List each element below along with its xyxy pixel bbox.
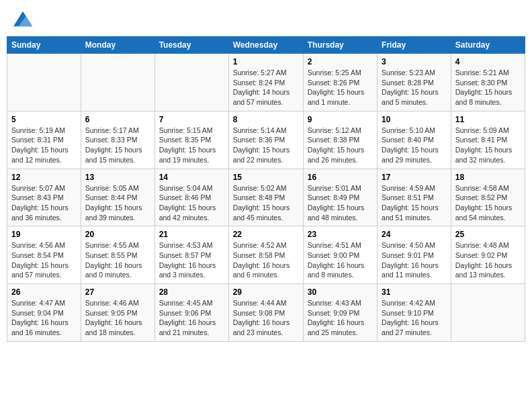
- calendar-cell: 13Sunrise: 5:05 AM Sunset: 8:44 PM Dayli…: [81, 169, 154, 226]
- day-info: Sunrise: 5:10 AM Sunset: 8:40 PM Dayligh…: [382, 126, 447, 165]
- calendar-cell: 9Sunrise: 5:12 AM Sunset: 8:38 PM Daylig…: [303, 111, 377, 169]
- day-info: Sunrise: 5:09 AM Sunset: 8:41 PM Dayligh…: [455, 126, 521, 165]
- calendar-cell: 25Sunrise: 4:48 AM Sunset: 9:02 PM Dayli…: [451, 226, 525, 284]
- calendar-cell: 17Sunrise: 4:59 AM Sunset: 8:51 PM Dayli…: [378, 169, 451, 226]
- calendar-cell: [81, 54, 154, 111]
- day-number: 10: [382, 115, 447, 124]
- calendar-week-4: 19Sunrise: 4:56 AM Sunset: 8:54 PM Dayli…: [7, 226, 525, 284]
- day-info: Sunrise: 5:04 AM Sunset: 8:46 PM Dayligh…: [159, 183, 224, 223]
- day-number: 24: [382, 230, 447, 239]
- calendar-cell: 2Sunrise: 5:25 AM Sunset: 8:26 PM Daylig…: [303, 54, 377, 111]
- weekday-header-wednesday: Wednesday: [228, 37, 303, 54]
- day-info: Sunrise: 5:15 AM Sunset: 8:35 PM Dayligh…: [159, 126, 224, 165]
- day-info: Sunrise: 4:47 AM Sunset: 9:04 PM Dayligh…: [11, 298, 77, 338]
- calendar-cell: 18Sunrise: 4:58 AM Sunset: 8:52 PM Dayli…: [451, 169, 525, 226]
- day-number: 9: [308, 115, 373, 124]
- day-number: 23: [308, 230, 373, 239]
- calendar-cell: 26Sunrise: 4:47 AM Sunset: 9:04 PM Dayli…: [7, 284, 81, 342]
- day-info: Sunrise: 4:51 AM Sunset: 9:00 PM Dayligh…: [308, 240, 373, 280]
- calendar-cell: 31Sunrise: 4:42 AM Sunset: 9:10 PM Dayli…: [378, 284, 451, 342]
- day-number: 25: [455, 230, 521, 239]
- day-number: 15: [233, 173, 299, 182]
- day-info: Sunrise: 5:07 AM Sunset: 8:43 PM Dayligh…: [11, 183, 77, 223]
- day-number: 7: [159, 115, 224, 124]
- calendar-cell: 10Sunrise: 5:10 AM Sunset: 8:40 PM Dayli…: [378, 111, 451, 169]
- day-number: 3: [382, 57, 447, 66]
- day-number: 6: [85, 115, 150, 124]
- calendar-week-1: 1Sunrise: 5:27 AM Sunset: 8:24 PM Daylig…: [7, 54, 525, 111]
- day-number: 4: [455, 57, 521, 66]
- day-number: 29: [233, 287, 299, 297]
- day-number: 17: [382, 173, 447, 182]
- calendar-cell: 7Sunrise: 5:15 AM Sunset: 8:35 PM Daylig…: [154, 111, 228, 169]
- day-info: Sunrise: 5:02 AM Sunset: 8:48 PM Dayligh…: [233, 183, 299, 223]
- calendar-cell: 14Sunrise: 5:04 AM Sunset: 8:46 PM Dayli…: [154, 169, 228, 226]
- day-info: Sunrise: 4:50 AM Sunset: 9:01 PM Dayligh…: [382, 240, 447, 280]
- calendar-cell: 1Sunrise: 5:27 AM Sunset: 8:24 PM Daylig…: [228, 54, 303, 111]
- day-number: 18: [455, 173, 521, 182]
- day-number: 5: [11, 115, 77, 124]
- calendar-cell: 29Sunrise: 4:44 AM Sunset: 9:08 PM Dayli…: [228, 284, 303, 342]
- day-number: 22: [233, 230, 299, 239]
- day-number: 20: [85, 230, 150, 239]
- day-number: 30: [308, 287, 373, 297]
- calendar-cell: 3Sunrise: 5:23 AM Sunset: 8:28 PM Daylig…: [378, 54, 451, 111]
- calendar-cell: 28Sunrise: 4:45 AM Sunset: 9:06 PM Dayli…: [154, 284, 228, 342]
- calendar-cell: [7, 54, 81, 111]
- day-number: 21: [159, 230, 224, 239]
- day-info: Sunrise: 4:48 AM Sunset: 9:02 PM Dayligh…: [455, 240, 521, 280]
- calendar-cell: 21Sunrise: 4:53 AM Sunset: 8:57 PM Dayli…: [154, 226, 228, 284]
- calendar-cell: 30Sunrise: 4:43 AM Sunset: 9:09 PM Dayli…: [303, 284, 377, 342]
- calendar-cell: 24Sunrise: 4:50 AM Sunset: 9:01 PM Dayli…: [378, 226, 451, 284]
- weekday-header-saturday: Saturday: [451, 37, 525, 54]
- day-info: Sunrise: 5:25 AM Sunset: 8:26 PM Dayligh…: [308, 68, 373, 107]
- calendar-cell: 15Sunrise: 5:02 AM Sunset: 8:48 PM Dayli…: [228, 169, 303, 226]
- calendar-cell: [154, 54, 228, 111]
- day-info: Sunrise: 5:19 AM Sunset: 8:31 PM Dayligh…: [11, 126, 77, 165]
- day-number: 1: [233, 57, 299, 66]
- day-number: 28: [159, 287, 224, 297]
- calendar-table: SundayMondayTuesdayWednesdayThursdayFrid…: [7, 36, 525, 342]
- day-number: 31: [382, 287, 447, 297]
- day-number: 16: [308, 173, 373, 182]
- weekday-header-thursday: Thursday: [303, 37, 377, 54]
- day-info: Sunrise: 4:45 AM Sunset: 9:06 PM Dayligh…: [159, 298, 224, 338]
- day-info: Sunrise: 4:55 AM Sunset: 8:55 PM Dayligh…: [85, 240, 150, 280]
- calendar-cell: 6Sunrise: 5:17 AM Sunset: 8:33 PM Daylig…: [81, 111, 154, 169]
- day-number: 12: [11, 173, 77, 182]
- day-number: 19: [11, 230, 77, 239]
- calendar-cell: 19Sunrise: 4:56 AM Sunset: 8:54 PM Dayli…: [7, 226, 81, 284]
- day-info: Sunrise: 4:46 AM Sunset: 9:05 PM Dayligh…: [85, 298, 150, 338]
- day-number: 8: [233, 115, 299, 124]
- calendar-cell: 16Sunrise: 5:01 AM Sunset: 8:49 PM Dayli…: [303, 169, 377, 226]
- day-info: Sunrise: 4:58 AM Sunset: 8:52 PM Dayligh…: [455, 183, 521, 223]
- weekday-header-tuesday: Tuesday: [154, 37, 228, 54]
- calendar-cell: 5Sunrise: 5:19 AM Sunset: 8:31 PM Daylig…: [7, 111, 81, 169]
- day-number: 27: [85, 287, 150, 297]
- day-info: Sunrise: 4:44 AM Sunset: 9:08 PM Dayligh…: [233, 298, 299, 338]
- day-info: Sunrise: 4:53 AM Sunset: 8:57 PM Dayligh…: [159, 240, 224, 280]
- calendar-cell: [451, 284, 525, 342]
- day-number: 13: [85, 173, 150, 182]
- calendar-week-2: 5Sunrise: 5:19 AM Sunset: 8:31 PM Daylig…: [7, 111, 525, 169]
- page-header: [7, 7, 525, 31]
- logo-text: [12, 9, 32, 28]
- day-info: Sunrise: 5:21 AM Sunset: 8:30 PM Dayligh…: [455, 68, 521, 107]
- day-info: Sunrise: 5:12 AM Sunset: 8:38 PM Dayligh…: [308, 126, 373, 165]
- logo: [12, 9, 32, 28]
- weekday-header-monday: Monday: [81, 37, 154, 54]
- day-info: Sunrise: 5:27 AM Sunset: 8:24 PM Dayligh…: [233, 68, 299, 107]
- day-info: Sunrise: 5:01 AM Sunset: 8:49 PM Dayligh…: [308, 183, 373, 223]
- day-info: Sunrise: 4:59 AM Sunset: 8:51 PM Dayligh…: [382, 183, 447, 223]
- logo-icon: [13, 9, 32, 28]
- calendar-cell: 23Sunrise: 4:51 AM Sunset: 9:00 PM Dayli…: [303, 226, 377, 284]
- calendar-cell: 22Sunrise: 4:52 AM Sunset: 8:58 PM Dayli…: [228, 226, 303, 284]
- day-info: Sunrise: 4:43 AM Sunset: 9:09 PM Dayligh…: [308, 298, 373, 338]
- day-info: Sunrise: 5:14 AM Sunset: 8:36 PM Dayligh…: [233, 126, 299, 165]
- day-info: Sunrise: 5:05 AM Sunset: 8:44 PM Dayligh…: [85, 183, 150, 223]
- calendar-cell: 27Sunrise: 4:46 AM Sunset: 9:05 PM Dayli…: [81, 284, 154, 342]
- weekday-header-sunday: Sunday: [7, 37, 81, 54]
- calendar-cell: 12Sunrise: 5:07 AM Sunset: 8:43 PM Dayli…: [7, 169, 81, 226]
- calendar-cell: 8Sunrise: 5:14 AM Sunset: 8:36 PM Daylig…: [228, 111, 303, 169]
- day-number: 26: [11, 287, 77, 297]
